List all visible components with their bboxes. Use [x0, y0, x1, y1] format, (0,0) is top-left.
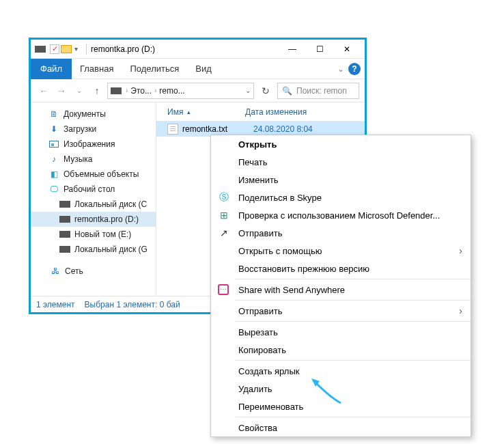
ctx-separator — [236, 279, 471, 279]
up-button[interactable]: ↑ — [89, 85, 104, 96]
close-button[interactable]: ✕ — [333, 40, 361, 58]
address-bar[interactable]: › Это... › remo... ⌄ — [107, 83, 254, 99]
music-icon: ♪ — [48, 154, 59, 164]
ctx-label: Отправить — [238, 228, 282, 238]
ctx-label: Проверка с использованием Microsoft Defe… — [238, 210, 440, 221]
ctx-open[interactable]: Открыть — [211, 135, 471, 153]
desktop-icon: 🖵 — [48, 184, 59, 194]
ctx-label: Создать ярлык — [238, 366, 299, 376]
titlebar: ✓ ▾ remontka.pro (D:) — ☐ ✕ — [31, 40, 365, 59]
ctx-copy[interactable]: Копировать — [211, 341, 471, 359]
status-selected: Выбран 1 элемент: 0 бай — [85, 300, 180, 309]
recent-dropdown[interactable]: ⌄ — [72, 87, 87, 94]
cube-icon: ◧ — [48, 169, 59, 179]
address-drive-icon — [111, 87, 122, 94]
share-icon: ↗ — [218, 227, 230, 239]
sidebar-item-local-g[interactable]: Локальный диск (G — [31, 242, 156, 257]
sidebar-item-remontka[interactable]: remontka.pro (D:) — [31, 212, 156, 227]
sidebar-item-network[interactable]: 🖧Сеть — [31, 264, 156, 279]
sendanywhere-icon: ⋯ — [218, 284, 229, 295]
breadcrumb-2[interactable]: remo... — [159, 86, 184, 96]
sidebar-item-newvol[interactable]: Новый том (E:) — [31, 227, 156, 242]
refresh-button[interactable]: ↻ — [257, 85, 275, 96]
tab-home[interactable]: Главная — [72, 59, 122, 79]
sidebar-item-desktop[interactable]: 🖵Рабочий стол — [31, 182, 156, 197]
sidebar-label: Объемные объекты — [64, 169, 139, 179]
sidebar-label: Новый том (E:) — [74, 230, 131, 239]
documents-icon: 🗎 — [48, 109, 59, 119]
qat-dropdown-icon[interactable]: ▾ — [74, 45, 78, 53]
submenu-arrow-icon: › — [459, 305, 462, 316]
ctx-label: Переименовать — [238, 402, 303, 412]
ctx-sendto[interactable]: Отправить› — [211, 302, 471, 320]
tab-view[interactable]: Вид — [187, 59, 220, 79]
downloads-icon: ⬇ — [48, 124, 59, 134]
ctx-label: Поделиться в Skype — [238, 193, 322, 203]
navigation-pane: 🗎Документы ⬇Загрузки Изображения ♪Музыка… — [31, 102, 156, 296]
minimize-button[interactable]: — — [279, 40, 306, 58]
ctx-cut[interactable]: Вырезать — [211, 323, 471, 341]
ctx-label: Удалить — [238, 384, 272, 394]
ctx-label: Восстановить прежнюю версию — [238, 264, 369, 274]
ribbon-collapse-icon[interactable]: ⌄ — [333, 64, 348, 74]
column-date[interactable]: Дата изменения — [245, 107, 365, 117]
qat-save-icon[interactable]: ✓ — [50, 44, 59, 54]
sidebar-label: Рабочий стол — [64, 184, 115, 194]
ctx-share[interactable]: ↗Отправить — [211, 224, 471, 242]
breadcrumb-1[interactable]: Это... — [130, 86, 152, 96]
ctx-delete[interactable]: Удалить — [211, 380, 471, 398]
sidebar-label: Локальный диск (G — [74, 245, 148, 254]
sidebar-item-3dobjects[interactable]: ◧Объемные объекты — [31, 167, 156, 182]
navigation-bar: ← → ⌄ ↑ › Это... › remo... ⌄ ↻ 🔍 Поиск: … — [31, 79, 365, 102]
sidebar-label: Документы — [64, 109, 106, 119]
sidebar-item-local-c[interactable]: Локальный диск (C — [31, 197, 156, 212]
column-name[interactable]: Имя▴ — [167, 107, 242, 117]
ctx-sendanywhere[interactable]: ⋯Share with Send Anywhere — [211, 281, 471, 299]
drive-icon — [59, 199, 70, 209]
ctx-print[interactable]: Печать — [211, 153, 471, 171]
ctx-separator — [236, 300, 471, 301]
search-input[interactable]: 🔍 Поиск: remon — [277, 83, 359, 99]
tab-file[interactable]: Файл — [31, 59, 72, 79]
column-header-row: Имя▴ Дата изменения — [156, 102, 365, 122]
ctx-label: Открыть с помощью — [238, 246, 322, 256]
context-menu: Открыть Печать Изменить ⓈПоделиться в Sk… — [210, 135, 471, 437]
sidebar-label: Изображения — [64, 139, 115, 149]
shield-icon: ⊞ — [218, 209, 230, 221]
ctx-separator — [236, 360, 471, 361]
sidebar-item-downloads[interactable]: ⬇Загрузки — [31, 122, 156, 137]
ctx-edit[interactable]: Изменить — [211, 171, 471, 189]
address-dropdown-icon[interactable]: ⌄ — [245, 87, 251, 94]
ctx-label: Вырезать — [238, 327, 278, 337]
network-icon: 🖧 — [50, 266, 61, 276]
status-count: 1 элемент — [36, 300, 75, 309]
sidebar-item-music[interactable]: ♪Музыка — [31, 152, 156, 167]
breadcrumb-sep: › — [154, 87, 156, 94]
drive-icon — [59, 230, 70, 239]
tab-share[interactable]: Поделиться — [122, 59, 187, 79]
ctx-shortcut[interactable]: Создать ярлык — [211, 362, 471, 380]
ctx-separator — [236, 417, 471, 417]
ribbon: Файл Главная Поделиться Вид ⌄ ? — [31, 59, 365, 79]
search-icon: 🔍 — [282, 86, 292, 96]
ctx-defender[interactable]: ⊞Проверка с использованием Microsoft Def… — [211, 206, 471, 224]
ctx-skype[interactable]: ⓈПоделиться в Skype — [211, 189, 471, 206]
ctx-rename[interactable]: Переименовать — [211, 398, 471, 415]
sidebar-item-pictures[interactable]: Изображения — [31, 137, 156, 152]
qat-folder-icon[interactable] — [61, 45, 72, 53]
ctx-properties[interactable]: Свойства — [211, 419, 471, 436]
sidebar-label: Загрузки — [64, 124, 96, 134]
maximize-button[interactable]: ☐ — [306, 40, 333, 58]
forward-button[interactable]: → — [54, 85, 69, 96]
divider — [86, 44, 87, 55]
ctx-label: Изменить — [238, 175, 279, 185]
ctx-label: Печать — [238, 157, 268, 167]
help-button[interactable]: ? — [348, 63, 361, 75]
sidebar-item-documents[interactable]: 🗎Документы — [31, 107, 156, 122]
sidebar-label: Музыка — [64, 154, 92, 164]
ctx-label: Копировать — [238, 345, 286, 355]
back-button[interactable]: ← — [36, 85, 51, 96]
ctx-restore[interactable]: Восстановить прежнюю версию — [211, 260, 471, 277]
ctx-label: Share with Send Anywhere — [238, 285, 345, 295]
ctx-openwith[interactable]: Открыть с помощью› — [211, 242, 471, 260]
